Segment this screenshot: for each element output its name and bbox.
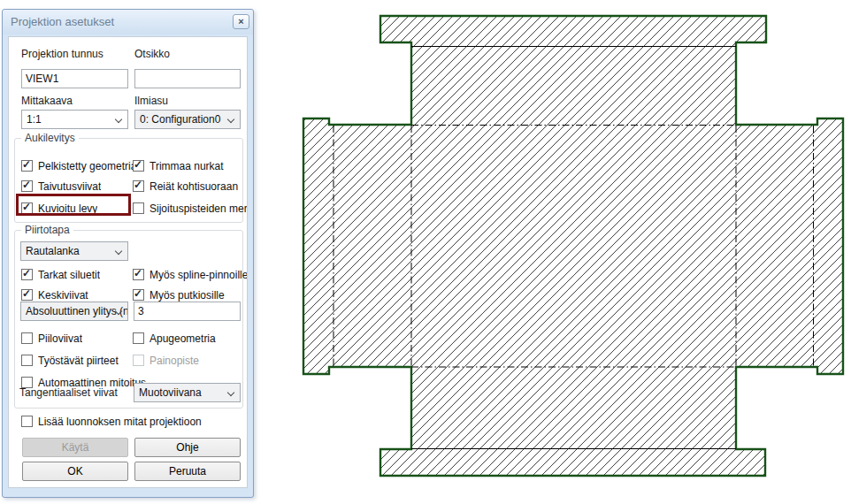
checkbox-label: Sijoituspisteiden merkir — [150, 202, 247, 215]
help-button[interactable]: Ohje — [134, 438, 241, 457]
checkbox-icon[interactable] — [21, 355, 33, 366]
help-button-label: Ohje — [176, 441, 198, 454]
tangent-lines-value: Muotoviivana — [139, 386, 202, 399]
checkbox-label: Myös putkiosille — [150, 289, 225, 302]
checkbox-keskiviivat[interactable]: Keskiviivat — [21, 288, 88, 302]
checkbox-lisaa-luonnoksen-mitat[interactable]: Lisää luonnoksen mitat projektioon — [21, 415, 202, 428]
draw-mode-group-title: Piirtotapa — [21, 224, 73, 236]
checkbox-icon[interactable] — [21, 160, 33, 172]
ok-button-label: OK — [67, 465, 82, 477]
checkbox-icon[interactable] — [133, 180, 144, 192]
flat-pattern-outline[interactable] — [303, 16, 843, 476]
checkbox-label: Apugeometria — [150, 332, 216, 345]
checkbox-icon[interactable] — [21, 332, 33, 344]
checkbox-apugeometria[interactable]: Apugeometria — [133, 332, 247, 345]
dialog-body: Projektion tunnus Otsikko Mittakaava 1:1… — [8, 36, 248, 488]
checkbox-icon[interactable] — [133, 202, 144, 214]
chevron-down-icon — [227, 389, 234, 396]
dialog-titlebar[interactable]: Projektion asetukset × — [3, 10, 253, 34]
checkbox-label: Piiloviivat — [38, 332, 82, 345]
checkbox-sijoituspisteiden-merkinta[interactable]: Sijoituspisteiden merkir — [133, 202, 247, 215]
overshoot-combobox[interactable]: Absoluuttinen ylitys (n — [20, 302, 128, 321]
checkbox-icon[interactable] — [133, 332, 144, 344]
checkbox-icon[interactable] — [133, 289, 144, 301]
chevron-down-icon — [115, 248, 122, 255]
checkbox-label: Tarkat siluetit — [38, 269, 100, 281]
overshoot-mode-value: Absoluuttinen ylitys (n — [26, 305, 128, 317]
checkbox-label: Työstävät piirteet — [38, 355, 119, 367]
checkbox-icon[interactable] — [133, 160, 144, 172]
checkbox-label: Lisää luonnoksen mitat projektioon — [38, 416, 202, 428]
cancel-button[interactable]: Peruuta — [134, 462, 241, 481]
dialog-title: Projektion asetukset — [11, 15, 114, 28]
cancel-button-label: Peruuta — [169, 465, 206, 477]
app-canvas: Projektion asetukset × Projektion tunnus… — [0, 0, 851, 504]
checkbox-icon[interactable] — [21, 180, 33, 192]
scale-combobox[interactable]: 1:1 — [21, 110, 128, 129]
render-mode-combobox[interactable]: Rautalanka — [20, 241, 128, 261]
checkbox-reiat-kohtisuoraan[interactable]: Reiät kohtisuoraan — [133, 179, 247, 193]
checkbox-myos-putkiosille[interactable]: Myös putkiosille — [133, 288, 247, 302]
ok-button[interactable]: OK — [22, 462, 128, 481]
close-icon: × — [238, 17, 243, 27]
checkbox-label: Kuvioitu levy — [38, 202, 97, 215]
ilmiasu-label: Ilmiasu — [134, 95, 168, 107]
checkbox-myos-spline-pinnoille[interactable]: Myös spline-pinnoille — [133, 268, 247, 281]
flatten-group-title: Aukilevitys — [21, 132, 79, 144]
checkbox-icon[interactable] — [21, 289, 33, 301]
checkbox-label: Myös spline-pinnoille — [150, 269, 247, 281]
checkbox-label: Taivutusviivat — [38, 180, 101, 193]
checkbox-icon[interactable] — [21, 416, 33, 427]
checkbox-label: Trimmaa nurkat — [150, 160, 224, 172]
checkbox-label: Reiät kohtisuoraan — [150, 180, 238, 193]
otsikko-label: Otsikko — [134, 48, 170, 60]
scale-value: 1:1 — [27, 113, 42, 126]
checkbox-label: Painopiste — [150, 355, 199, 367]
configuration-value: 0: Configuration0 — [140, 113, 220, 126]
chevron-down-icon — [227, 116, 234, 123]
checkbox-pelkistetty-geometria[interactable]: Pelkistetty geometria — [21, 159, 136, 172]
mittakaava-label: Mittakaava — [21, 95, 73, 107]
tangent-lines-label: Tangentiaaliset viivat — [19, 386, 118, 399]
checkbox-icon — [133, 355, 144, 366]
configuration-combobox[interactable]: 0: Configuration0 — [134, 110, 241, 129]
chevron-down-icon — [115, 116, 122, 123]
checkbox-label: Keskiviivat — [38, 289, 88, 302]
apply-button: Käytä — [22, 438, 128, 457]
tunnus-label: Projektion tunnus — [21, 48, 104, 60]
tunnus-input[interactable] — [21, 69, 128, 88]
projection-settings-dialog: Projektion asetukset × Projektion tunnus… — [2, 9, 254, 498]
close-button[interactable]: × — [233, 14, 249, 29]
checkbox-tyostavat-piirteet[interactable]: Työstävät piirteet — [21, 354, 119, 367]
checkbox-tarkat-siluetit[interactable]: Tarkat siluetit — [21, 268, 100, 281]
checkbox-taivutusviivat[interactable]: Taivutusviivat — [21, 179, 101, 193]
checkbox-kuvioitu-levy[interactable]: Kuvioitu levy — [21, 202, 97, 215]
otsikko-input[interactable] — [134, 69, 241, 88]
checkbox-icon[interactable] — [21, 269, 33, 280]
checkbox-icon[interactable] — [21, 202, 33, 214]
checkbox-trimmaa-nurkat[interactable]: Trimmaa nurkat — [133, 159, 247, 172]
checkbox-icon[interactable] — [133, 269, 144, 280]
checkbox-painopiste: Painopiste — [133, 354, 247, 367]
checkbox-label: Pelkistetty geometria — [38, 160, 136, 172]
tangent-lines-combobox[interactable]: Muotoviivana — [134, 383, 241, 402]
overshoot-value-input[interactable] — [134, 302, 241, 321]
checkbox-piiloviivat[interactable]: Piiloviivat — [21, 332, 82, 345]
render-mode-value: Rautalanka — [26, 245, 80, 257]
apply-button-label: Käytä — [62, 441, 89, 454]
